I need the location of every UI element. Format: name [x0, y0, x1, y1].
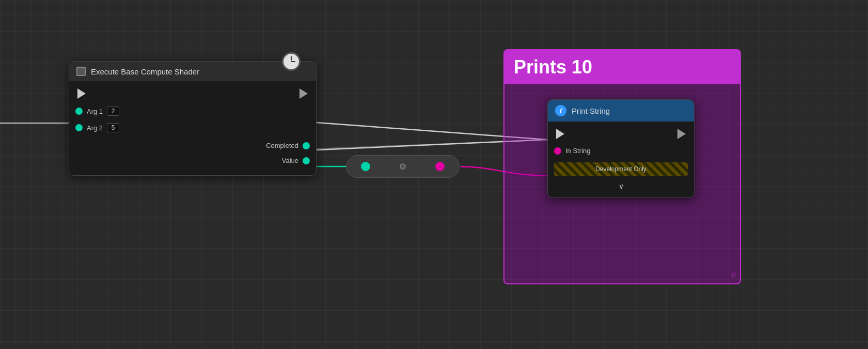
- arg1-value[interactable]: 2: [107, 107, 119, 116]
- arg2-label: Arg 2: [87, 124, 103, 132]
- arg2-value[interactable]: 5: [107, 123, 119, 132]
- execute-compute-shader-node: Execute Base Compute Shader Arg 1 2 Arg …: [69, 61, 317, 176]
- value-pin[interactable]: [303, 157, 310, 164]
- func-icon: f: [555, 105, 566, 116]
- exec-pin-input[interactable]: [77, 88, 86, 99]
- comment-box-header: Prints 10: [504, 50, 740, 84]
- in-string-label: In String: [565, 147, 590, 155]
- print-exec-row: [548, 127, 694, 141]
- arg2-pin[interactable]: [75, 124, 83, 131]
- exec-pin-output[interactable]: [299, 88, 308, 99]
- resize-handle[interactable]: //: [731, 271, 736, 280]
- value-row: Value: [69, 155, 316, 166]
- print-node-header: f Print String: [548, 100, 694, 122]
- completed-label: Completed: [266, 142, 298, 149]
- arg1-row: Arg 1 2: [69, 105, 316, 117]
- execute-node-icon: [76, 67, 86, 76]
- comment-box-title: Prints 10: [514, 56, 592, 78]
- reroute-pin-left[interactable]: [361, 162, 370, 171]
- arg1-pin[interactable]: [75, 108, 83, 115]
- print-string-node: f Print String In String Development Onl…: [547, 99, 695, 198]
- execute-node-title: Execute Base Compute Shader: [91, 67, 199, 76]
- print-node-title: Print String: [572, 107, 610, 115]
- clock-icon: [282, 52, 301, 71]
- reroute-center: [400, 163, 406, 170]
- completed-pin[interactable]: [303, 142, 310, 149]
- print-exec-in[interactable]: [556, 129, 564, 139]
- in-string-pin[interactable]: [554, 147, 561, 155]
- exec-pins-row: [69, 86, 316, 101]
- reroute-node: [346, 155, 460, 178]
- dev-only-badge: Development Only: [554, 162, 688, 176]
- expand-arrow[interactable]: ∨: [548, 182, 694, 192]
- execute-node-body: Arg 1 2 Arg 2 5 Completed Value: [69, 81, 316, 175]
- wire-left-input: [0, 123, 69, 124]
- arg1-label: Arg 1: [87, 108, 103, 115]
- in-string-row: In String: [548, 145, 694, 156]
- arg2-row: Arg 2 5: [69, 122, 316, 134]
- value-label: Value: [282, 157, 298, 164]
- completed-row: Completed: [69, 140, 316, 151]
- print-exec-out[interactable]: [677, 129, 686, 139]
- execute-node-header: Execute Base Compute Shader: [69, 62, 316, 81]
- print-node-body: In String Development Only ∨: [548, 122, 694, 198]
- reroute-pin-right[interactable]: [435, 162, 445, 171]
